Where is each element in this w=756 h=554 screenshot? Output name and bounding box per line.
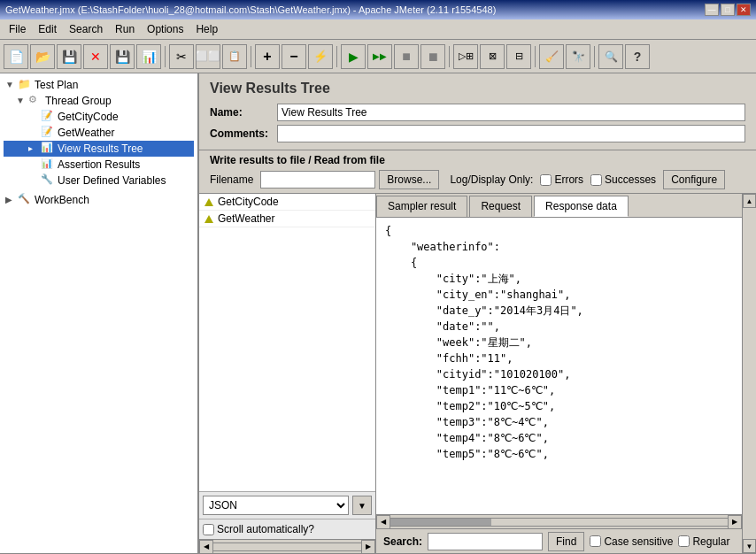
sep2 [251,46,251,67]
json-line: { [385,255,733,271]
tree-item-test-plan[interactable]: ▼ 📁 Test Plan [4,77,194,93]
filename-label: Filename [210,173,253,186]
report-btn[interactable]: 📊 [136,44,161,69]
remote-start-btn[interactable]: ▷⊞ [453,44,478,69]
save-btn[interactable]: 💾 [57,44,81,69]
hscroll-track [390,518,728,527]
format-dropdown-btn[interactable]: ▼ [352,496,372,515]
scroll-auto-checkbox[interactable] [203,524,214,535]
maximize-btn[interactable]: □ [721,4,735,16]
tab-response-data[interactable]: Response data [534,196,629,217]
find-btn[interactable]: Find [548,532,584,551]
successes-checkbox-label[interactable]: Successes [590,173,656,186]
sep1 [165,46,166,67]
menu-help[interactable]: Help [190,21,223,37]
name-input[interactable] [277,104,745,121]
tree-item-label: User Defined Variables [58,174,166,187]
shutdown-btn[interactable]: ⏹ [420,44,445,69]
search-input[interactable] [428,533,543,550]
paste-btn[interactable]: 📋 [222,44,247,69]
sep5 [535,46,536,67]
new-btn[interactable]: 📄 [4,44,28,69]
regular-text: Regular [692,535,729,548]
clear-btn[interactable]: 🔭 [566,44,590,69]
menu-search[interactable]: Search [64,21,108,37]
tree-panel: ▼ 📁 Test Plan ▼ ⚙ Thread Group ▸ 📝 GetCi… [0,73,197,212]
menu-bar: File Edit Search Run Options Help [0,19,756,40]
close-file-btn[interactable]: ✕ [83,44,108,69]
tab-request[interactable]: Request [469,196,532,217]
successes-label: Successes [605,173,656,186]
write-results-row: Filename Browse... Log/Display Only: Err… [210,170,745,189]
browse-btn[interactable]: Browse... [379,170,439,189]
menu-file[interactable]: File [4,21,31,37]
tree-item-label: Thread Group [45,95,112,107]
expand-icon: ▼ [5,80,16,90]
tree-item-assertion-results[interactable]: ▸ 📊 Assertion Results [4,157,194,173]
menu-edit[interactable]: Edit [33,21,62,37]
scroll-down-btn[interactable]: ▼ [743,539,756,553]
write-results-title: Write results to file / Read from file [210,154,745,166]
tree-item-workbench[interactable]: ▶ 🔨 WorkBench [4,192,194,208]
expand-icon: ▸ [28,159,39,170]
configure-btn[interactable]: Configure [663,170,725,189]
scroll-left-btn[interactable]: ◀ [199,540,213,554]
minimize-btn[interactable]: — [705,4,719,16]
format-select[interactable]: JSON XML HTML Text [203,496,349,515]
menu-run[interactable]: Run [110,21,140,37]
sample-get-weather[interactable]: GetWeather [199,211,375,227]
tree-item-label: GetCityCode [58,111,119,123]
help-tool-btn[interactable]: ? [625,44,650,69]
menu-options[interactable]: Options [142,21,189,37]
tree-item-user-defined-vars[interactable]: ▸ 🔧 User Defined Variables [4,173,194,189]
sample-get-city-code[interactable]: GetCityCode [199,194,375,211]
tree-item-get-weather[interactable]: ▸ 📝 GetWeather [4,125,194,141]
remote-all-btn[interactable]: ⊟ [506,44,531,69]
copy-btn[interactable]: ⬜⬜ [196,44,220,69]
scroll-auto-row: Scroll automatically? [199,519,375,539]
json-line: "date":"", [385,319,733,335]
tab-sampler-result[interactable]: Sampler result [376,196,467,217]
tree-item-view-results-tree[interactable]: ▸ 📊 View Results Tree [4,141,194,157]
scroll-right-btn[interactable]: ▶ [361,540,375,554]
comments-input[interactable] [277,125,745,142]
filename-input[interactable] [260,171,375,189]
add-node-btn[interactable]: + [255,44,280,69]
cut-btn[interactable]: ✂ [169,44,194,69]
scroll-up-btn[interactable]: ▲ [743,194,756,208]
sep3 [336,46,337,67]
close-btn[interactable]: ✕ [737,4,751,16]
case-sensitive-checkbox[interactable] [590,535,601,547]
tree-item-label: WorkBench [35,194,89,206]
workbench-icon: 🔨 [18,193,32,207]
save-as-btn[interactable]: 💾 [110,44,135,69]
merge-btn[interactable]: ⚡ [308,44,333,69]
regular-label[interactable]: Regular [678,535,729,548]
hscroll-thumb [390,519,491,526]
right-hscroll[interactable]: ◀ ▶ [376,514,742,528]
run-btn[interactable]: ▶ [341,44,366,69]
tree-item-thread-group[interactable]: ▼ ⚙ Thread Group [4,93,194,109]
search-bar: Search: Find Case sensitive Regular [376,528,742,553]
errors-checkbox[interactable] [540,174,552,186]
hscroll-right-btn[interactable]: ▶ [728,515,742,529]
hscroll-left-btn[interactable]: ◀ [376,515,390,529]
successes-checkbox[interactable] [590,174,602,186]
tree-item-get-city-code[interactable]: ▸ 📝 GetCityCode [4,109,194,125]
run-all-btn[interactable]: ▶▶ [367,44,392,69]
errors-checkbox-label[interactable]: Errors [540,173,583,186]
remove-node-btn[interactable]: − [282,44,306,69]
left-hscroll[interactable]: ◀ ▶ [199,539,375,553]
triangle-icon [204,198,213,206]
open-btn[interactable]: 📂 [30,44,55,69]
tree-item-label: View Results Tree [58,142,143,155]
json-line: "temp2":"10℃~5℃", [385,398,733,414]
search-tool-btn[interactable]: 🔍 [598,44,623,69]
expand-icon: ▸ [28,127,39,138]
clear-all-btn[interactable]: 🧹 [539,44,564,69]
window-controls[interactable]: — □ ✕ [705,4,751,16]
case-sensitive-label[interactable]: Case sensitive [590,535,673,548]
stop-btn[interactable]: ■ [394,44,419,69]
regular-checkbox[interactable] [678,535,690,547]
remote-stop-btn[interactable]: ⊠ [480,44,505,69]
